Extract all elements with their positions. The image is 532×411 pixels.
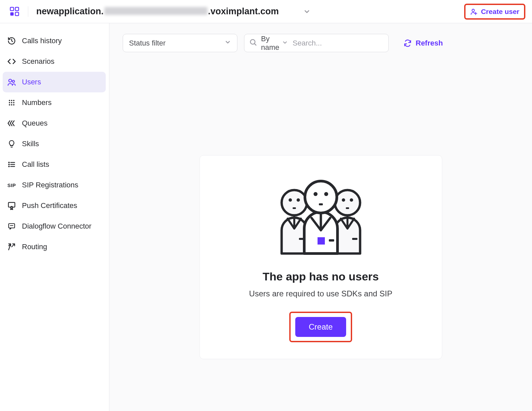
push-cert-icon [7,201,16,210]
svg-point-17 [13,104,14,105]
svg-point-15 [9,104,10,105]
svg-line-31 [255,44,256,45]
logo-icon[interactable] [9,6,20,17]
search-box: By name [244,34,389,52]
app-header: newapplication. .voximplant.com Create u… [0,0,532,23]
svg-point-39 [342,198,345,202]
empty-state-card: The app has no users Users are required … [200,155,442,359]
sidebar-item-dialogflow-connector[interactable]: Dialogflow Connector [3,216,106,237]
dialpad-icon [7,98,16,107]
svg-point-10 [11,100,12,101]
app-dropdown[interactable] [302,7,312,16]
header-divider [28,6,28,17]
sidebar-item-label: Users [22,78,41,86]
svg-point-20 [9,164,9,165]
svg-line-29 [12,244,15,247]
svg-point-40 [350,198,353,202]
sidebar-item-label: Scenarios [22,57,55,66]
svg-rect-0 [10,7,14,11]
code-icon [7,57,16,66]
app-title-prefix: newapplication. [36,6,104,17]
refresh-label: Refresh [416,39,443,48]
svg-point-4 [472,9,474,11]
svg-point-46 [324,192,328,196]
history-icon [7,37,16,45]
search-mode-label: By name [261,35,279,52]
svg-point-8 [12,80,14,83]
queues-icon [7,119,16,128]
svg-point-22 [9,166,9,167]
svg-rect-43 [352,238,357,240]
refresh-button[interactable]: Refresh [404,39,443,48]
svg-rect-49 [318,237,325,245]
app-title: newapplication. .voximplant.com [36,6,279,17]
svg-point-18 [9,162,9,163]
svg-rect-50 [329,239,334,242]
app-title-suffix: .voximplant.com [208,6,279,17]
sidebar-item-call-lists[interactable]: Call lists [3,154,106,175]
svg-rect-1 [15,7,19,11]
empty-state-illustration [274,179,367,255]
sidebar-item-label: Skills [22,140,39,148]
svg-rect-47 [319,203,323,205]
sidebar-item-label: Numbers [22,98,52,107]
sidebar-item-label: SIP Registrations [22,181,78,189]
svg-point-45 [314,192,318,196]
list-icon [7,160,16,169]
sidebar-item-push-certificates[interactable]: Push Certificates [3,195,106,216]
svg-rect-3 [15,12,19,16]
svg-point-44 [305,181,337,213]
search-mode-select[interactable]: By name [261,35,288,52]
sip-icon: SIP [7,181,16,189]
sidebar-item-label: Push Certificates [22,201,77,210]
main-content: Status filter By name [109,23,532,411]
status-filter-select[interactable]: Status filter [123,34,237,52]
svg-point-38 [335,190,360,215]
sidebar-item-scenarios[interactable]: Scenarios [3,51,106,72]
create-button-highlight: Create [289,312,352,342]
sidebar-item-calls-history[interactable]: Calls history [3,31,106,51]
svg-rect-41 [346,207,349,209]
svg-point-14 [13,102,14,103]
users-icon [7,78,16,86]
svg-point-32 [282,190,307,215]
chat-icon [7,222,16,231]
svg-point-16 [11,104,12,105]
sidebar-item-label: Call lists [22,160,49,169]
status-filter-label: Status filter [129,39,166,48]
svg-point-34 [297,198,300,202]
sidebar-item-sip-registrations[interactable]: SIP SIP Registrations [3,175,106,195]
sidebar-item-skills[interactable]: Skills [3,134,106,154]
chevron-down-icon [282,39,288,48]
create-user-button[interactable]: Create user [464,4,525,20]
svg-rect-2 [10,12,14,16]
sidebar-item-label: Calls history [22,37,62,45]
refresh-icon [404,39,412,47]
bulb-icon [7,140,16,148]
sidebar-item-label: Queues [22,119,48,128]
svg-rect-35 [293,207,296,209]
chevron-down-icon [224,39,231,48]
sidebar-item-label: Dialogflow Connector [22,222,91,231]
svg-point-33 [289,198,292,202]
svg-point-12 [9,102,10,103]
svg-point-7 [9,79,12,82]
user-plus-icon [470,8,477,15]
toolbar: Status filter By name [123,34,519,52]
empty-state-title: The app has no users [210,270,432,283]
create-button[interactable]: Create [295,317,346,337]
create-user-label: Create user [481,8,519,16]
app-title-redacted [104,7,207,15]
search-input[interactable] [292,39,385,48]
sidebar-item-users[interactable]: Users [3,72,106,92]
sidebar-item-routing[interactable]: Routing [3,237,106,257]
sidebar: Calls history Scenarios Users Numbers Qu [0,23,109,411]
routing-icon [7,243,16,251]
sidebar-item-label: Routing [22,243,47,251]
svg-point-9 [9,100,10,101]
sidebar-item-queues[interactable]: Queues [3,113,106,134]
sidebar-item-numbers[interactable]: Numbers [3,92,106,113]
chevron-down-icon [303,8,311,15]
empty-state-subtitle: Users are required to use SDKs and SIP [210,289,432,298]
svg-point-13 [11,102,12,103]
